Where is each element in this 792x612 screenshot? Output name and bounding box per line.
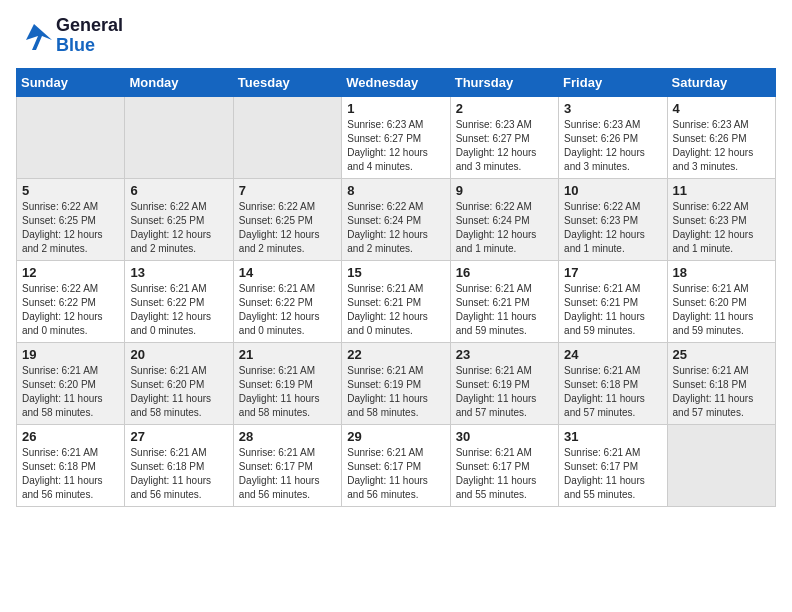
day-number: 5 — [22, 183, 119, 198]
day-info: Sunrise: 6:21 AM Sunset: 6:21 PM Dayligh… — [456, 282, 553, 338]
day-info: Sunrise: 6:21 AM Sunset: 6:18 PM Dayligh… — [673, 364, 770, 420]
calendar-cell: 9Sunrise: 6:22 AM Sunset: 6:24 PM Daylig… — [450, 178, 558, 260]
day-info: Sunrise: 6:22 AM Sunset: 6:25 PM Dayligh… — [239, 200, 336, 256]
day-info: Sunrise: 6:22 AM Sunset: 6:25 PM Dayligh… — [130, 200, 227, 256]
calendar-cell — [17, 96, 125, 178]
day-number: 29 — [347, 429, 444, 444]
day-of-week-header: Saturday — [667, 68, 775, 96]
calendar-cell: 29Sunrise: 6:21 AM Sunset: 6:17 PM Dayli… — [342, 424, 450, 506]
calendar-cell: 4Sunrise: 6:23 AM Sunset: 6:26 PM Daylig… — [667, 96, 775, 178]
calendar-week-row: 19Sunrise: 6:21 AM Sunset: 6:20 PM Dayli… — [17, 342, 776, 424]
calendar-table: SundayMondayTuesdayWednesdayThursdayFrid… — [16, 68, 776, 507]
day-number: 14 — [239, 265, 336, 280]
day-number: 27 — [130, 429, 227, 444]
day-number: 21 — [239, 347, 336, 362]
day-number: 16 — [456, 265, 553, 280]
logo-bird-icon — [16, 22, 52, 50]
day-number: 10 — [564, 183, 661, 198]
calendar-cell: 28Sunrise: 6:21 AM Sunset: 6:17 PM Dayli… — [233, 424, 341, 506]
calendar-week-row: 5Sunrise: 6:22 AM Sunset: 6:25 PM Daylig… — [17, 178, 776, 260]
calendar-cell: 19Sunrise: 6:21 AM Sunset: 6:20 PM Dayli… — [17, 342, 125, 424]
day-info: Sunrise: 6:21 AM Sunset: 6:22 PM Dayligh… — [239, 282, 336, 338]
day-info: Sunrise: 6:21 AM Sunset: 6:18 PM Dayligh… — [22, 446, 119, 502]
logo: General Blue — [16, 16, 123, 56]
calendar-cell: 3Sunrise: 6:23 AM Sunset: 6:26 PM Daylig… — [559, 96, 667, 178]
day-info: Sunrise: 6:21 AM Sunset: 6:20 PM Dayligh… — [22, 364, 119, 420]
calendar-cell: 22Sunrise: 6:21 AM Sunset: 6:19 PM Dayli… — [342, 342, 450, 424]
day-number: 31 — [564, 429, 661, 444]
day-info: Sunrise: 6:21 AM Sunset: 6:18 PM Dayligh… — [564, 364, 661, 420]
day-info: Sunrise: 6:21 AM Sunset: 6:17 PM Dayligh… — [564, 446, 661, 502]
day-info: Sunrise: 6:21 AM Sunset: 6:20 PM Dayligh… — [130, 364, 227, 420]
calendar-cell: 25Sunrise: 6:21 AM Sunset: 6:18 PM Dayli… — [667, 342, 775, 424]
calendar-cell: 16Sunrise: 6:21 AM Sunset: 6:21 PM Dayli… — [450, 260, 558, 342]
logo-blue: Blue — [56, 35, 95, 55]
calendar-week-row: 1Sunrise: 6:23 AM Sunset: 6:27 PM Daylig… — [17, 96, 776, 178]
day-info: Sunrise: 6:21 AM Sunset: 6:19 PM Dayligh… — [456, 364, 553, 420]
day-number: 11 — [673, 183, 770, 198]
day-number: 28 — [239, 429, 336, 444]
page-header: General Blue — [16, 16, 776, 56]
day-number: 12 — [22, 265, 119, 280]
day-info: Sunrise: 6:21 AM Sunset: 6:19 PM Dayligh… — [347, 364, 444, 420]
calendar-cell: 14Sunrise: 6:21 AM Sunset: 6:22 PM Dayli… — [233, 260, 341, 342]
day-info: Sunrise: 6:21 AM Sunset: 6:17 PM Dayligh… — [347, 446, 444, 502]
calendar-cell — [667, 424, 775, 506]
calendar-cell: 10Sunrise: 6:22 AM Sunset: 6:23 PM Dayli… — [559, 178, 667, 260]
day-number: 2 — [456, 101, 553, 116]
day-of-week-header: Friday — [559, 68, 667, 96]
day-number: 7 — [239, 183, 336, 198]
day-number: 22 — [347, 347, 444, 362]
day-number: 9 — [456, 183, 553, 198]
day-info: Sunrise: 6:23 AM Sunset: 6:27 PM Dayligh… — [347, 118, 444, 174]
day-info: Sunrise: 6:21 AM Sunset: 6:22 PM Dayligh… — [130, 282, 227, 338]
day-info: Sunrise: 6:23 AM Sunset: 6:27 PM Dayligh… — [456, 118, 553, 174]
day-number: 18 — [673, 265, 770, 280]
day-number: 30 — [456, 429, 553, 444]
calendar-cell: 5Sunrise: 6:22 AM Sunset: 6:25 PM Daylig… — [17, 178, 125, 260]
svg-marker-0 — [26, 24, 52, 50]
day-info: Sunrise: 6:22 AM Sunset: 6:24 PM Dayligh… — [456, 200, 553, 256]
calendar-cell: 23Sunrise: 6:21 AM Sunset: 6:19 PM Dayli… — [450, 342, 558, 424]
logo-general: General — [56, 15, 123, 35]
day-info: Sunrise: 6:23 AM Sunset: 6:26 PM Dayligh… — [673, 118, 770, 174]
day-info: Sunrise: 6:21 AM Sunset: 6:21 PM Dayligh… — [564, 282, 661, 338]
day-number: 17 — [564, 265, 661, 280]
day-number: 26 — [22, 429, 119, 444]
day-number: 20 — [130, 347, 227, 362]
calendar-cell: 21Sunrise: 6:21 AM Sunset: 6:19 PM Dayli… — [233, 342, 341, 424]
calendar-week-row: 12Sunrise: 6:22 AM Sunset: 6:22 PM Dayli… — [17, 260, 776, 342]
day-info: Sunrise: 6:22 AM Sunset: 6:23 PM Dayligh… — [673, 200, 770, 256]
calendar-cell: 1Sunrise: 6:23 AM Sunset: 6:27 PM Daylig… — [342, 96, 450, 178]
calendar-cell: 11Sunrise: 6:22 AM Sunset: 6:23 PM Dayli… — [667, 178, 775, 260]
day-info: Sunrise: 6:22 AM Sunset: 6:22 PM Dayligh… — [22, 282, 119, 338]
day-info: Sunrise: 6:21 AM Sunset: 6:18 PM Dayligh… — [130, 446, 227, 502]
day-info: Sunrise: 6:21 AM Sunset: 6:17 PM Dayligh… — [239, 446, 336, 502]
day-number: 23 — [456, 347, 553, 362]
day-of-week-header: Thursday — [450, 68, 558, 96]
calendar-cell: 7Sunrise: 6:22 AM Sunset: 6:25 PM Daylig… — [233, 178, 341, 260]
calendar-cell: 27Sunrise: 6:21 AM Sunset: 6:18 PM Dayli… — [125, 424, 233, 506]
day-info: Sunrise: 6:23 AM Sunset: 6:26 PM Dayligh… — [564, 118, 661, 174]
calendar-cell — [233, 96, 341, 178]
day-number: 6 — [130, 183, 227, 198]
day-number: 24 — [564, 347, 661, 362]
day-info: Sunrise: 6:22 AM Sunset: 6:24 PM Dayligh… — [347, 200, 444, 256]
calendar-cell: 18Sunrise: 6:21 AM Sunset: 6:20 PM Dayli… — [667, 260, 775, 342]
day-of-week-header: Tuesday — [233, 68, 341, 96]
day-of-week-header: Sunday — [17, 68, 125, 96]
calendar-cell: 30Sunrise: 6:21 AM Sunset: 6:17 PM Dayli… — [450, 424, 558, 506]
day-of-week-header: Monday — [125, 68, 233, 96]
day-info: Sunrise: 6:22 AM Sunset: 6:25 PM Dayligh… — [22, 200, 119, 256]
calendar-cell: 17Sunrise: 6:21 AM Sunset: 6:21 PM Dayli… — [559, 260, 667, 342]
day-info: Sunrise: 6:21 AM Sunset: 6:21 PM Dayligh… — [347, 282, 444, 338]
day-of-week-header: Wednesday — [342, 68, 450, 96]
day-info: Sunrise: 6:22 AM Sunset: 6:23 PM Dayligh… — [564, 200, 661, 256]
day-number: 25 — [673, 347, 770, 362]
calendar-cell: 12Sunrise: 6:22 AM Sunset: 6:22 PM Dayli… — [17, 260, 125, 342]
calendar-cell — [125, 96, 233, 178]
calendar-cell: 15Sunrise: 6:21 AM Sunset: 6:21 PM Dayli… — [342, 260, 450, 342]
calendar-cell: 6Sunrise: 6:22 AM Sunset: 6:25 PM Daylig… — [125, 178, 233, 260]
calendar-week-row: 26Sunrise: 6:21 AM Sunset: 6:18 PM Dayli… — [17, 424, 776, 506]
day-number: 1 — [347, 101, 444, 116]
